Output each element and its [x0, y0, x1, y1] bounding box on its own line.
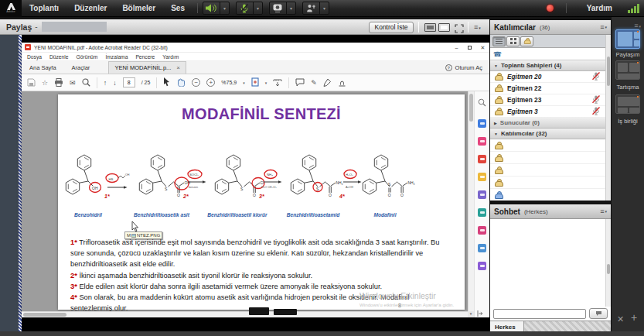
comment-tool-icon[interactable]: [478, 173, 486, 181]
group-presenters[interactable]: ▶ Sunucular (0): [490, 118, 611, 129]
participant-row[interactable]: [490, 189, 611, 201]
zoom-in-icon[interactable]: +: [206, 78, 215, 87]
add-layout-icon[interactable]: +: [631, 311, 637, 324]
menu-gorunum[interactable]: Görünüm: [73, 54, 102, 60]
previous-page-icon[interactable]: ↑: [104, 79, 107, 87]
menu-help[interactable]: Yardım: [579, 0, 620, 17]
help-icon[interactable]: ?: [445, 64, 452, 71]
connection-signal-icon[interactable]: [628, 3, 639, 13]
create-pdf-icon[interactable]: [478, 155, 486, 163]
tab-document[interactable]: YENİ MODAFİNİL.p... ×: [108, 61, 186, 74]
email-icon[interactable]: ✉: [70, 79, 76, 87]
menu-duzenle[interactable]: Düzenle: [46, 54, 73, 60]
comment-icon[interactable]: [295, 76, 305, 90]
menu-yardim[interactable]: Yardım: [158, 54, 182, 60]
webcam-button[interactable]: ▾: [269, 2, 296, 15]
scrollbar-thumb[interactable]: [607, 57, 610, 86]
microphone-button[interactable]: ▾: [236, 2, 263, 15]
layouts-menu-button[interactable]: ≡ ▾: [634, 22, 641, 29]
menu-bolmeler[interactable]: Bölmeler: [114, 0, 163, 17]
sign-in-button[interactable]: Oturum Aç: [455, 64, 482, 71]
layout-collaboration[interactable]: [615, 94, 640, 114]
close-tab-icon[interactable]: ×: [176, 64, 180, 71]
participant-row[interactable]: [490, 139, 611, 152]
list-view-button[interactable]: [492, 36, 506, 46]
stamp-icon[interactable]: [338, 76, 346, 90]
participant-row[interactable]: Egitmen 20: [490, 71, 611, 83]
participant-row[interactable]: [490, 152, 611, 164]
tab-home[interactable]: Ana Sayfa: [22, 61, 64, 74]
close-layout-icon[interactable]: ✕: [617, 314, 624, 324]
chevron-down-icon[interactable]: ▾: [243, 81, 245, 85]
chevron-down-icon[interactable]: ▾: [319, 2, 329, 14]
acrobat-titlebar[interactable]: YENI MODAFINIL.pdf - Adobe Acrobat Reade…: [22, 43, 489, 53]
chevron-down-icon[interactable]: ▾: [265, 81, 267, 85]
edit-pdf-icon[interactable]: [478, 137, 486, 146]
hand-tool-icon[interactable]: [176, 76, 186, 90]
phone-icon[interactable]: ☎: [493, 50, 502, 58]
chevron-down-icon[interactable]: ▾: [286, 2, 295, 14]
speaker-button[interactable]: ▾: [203, 2, 230, 15]
export-pdf-icon[interactable]: [478, 119, 486, 128]
menu-imzalama[interactable]: İmzalama: [101, 54, 131, 60]
layout-sharing[interactable]: [615, 29, 640, 49]
participant-row[interactable]: [490, 177, 611, 189]
menu-duzenler[interactable]: Düzenler: [66, 0, 114, 17]
page-number-input[interactable]: 8: [123, 77, 135, 87]
pdf-content-area[interactable]: MODAFİNİL SENTEZİ: [22, 91, 489, 317]
adobe-logo[interactable]: Adobe: [0, 0, 22, 17]
select-tool-icon[interactable]: [163, 76, 170, 90]
participants-scrollbar[interactable]: [605, 35, 611, 201]
chat-scrollbar[interactable]: [605, 219, 611, 307]
group-participants[interactable]: ▼ Katılımcılar (32): [490, 129, 611, 139]
layout-discussion[interactable]: [615, 60, 640, 80]
chat-input[interactable]: [493, 309, 586, 319]
send-message-button[interactable]: [589, 308, 608, 319]
highlight-icon[interactable]: [323, 76, 332, 90]
status-view-button[interactable]: [520, 36, 533, 46]
scrollbar-thumb[interactable]: [23, 313, 66, 317]
favorites-star-icon[interactable]: ☆: [42, 79, 48, 87]
scrollbar-thumb[interactable]: [607, 264, 610, 274]
zoom-level-value[interactable]: %75,9: [221, 80, 237, 85]
grid-view-button[interactable]: [506, 36, 520, 46]
maximize-button[interactable]: [463, 43, 476, 53]
view-mode-button[interactable]: [424, 23, 436, 32]
chat-pod-menu-button[interactable]: ≡ ▾: [600, 208, 607, 215]
zoom-out-icon[interactable]: −: [192, 78, 200, 87]
fit-page-icon[interactable]: [251, 76, 259, 90]
combine-files-icon[interactable]: [478, 190, 486, 199]
tab-tools[interactable]: Araçlar: [64, 61, 98, 74]
menu-ses[interactable]: Ses: [163, 0, 193, 17]
fill-sign-icon[interactable]: [478, 226, 486, 235]
search-tools-icon[interactable]: [478, 96, 486, 110]
share-pod-menu-button[interactable]: ≡ ▾: [474, 24, 481, 31]
expand-panel-icon[interactable]: [477, 306, 483, 317]
scrollbar-thumb[interactable]: [469, 94, 473, 122]
protect-icon[interactable]: [478, 244, 486, 252]
vertical-scrollbar[interactable]: [468, 91, 474, 311]
next-page-icon[interactable]: ↓: [113, 79, 117, 87]
participant-row[interactable]: Egitmen 3: [490, 106, 611, 118]
chevron-down-icon[interactable]: ▾: [253, 2, 262, 14]
close-button[interactable]: ✕: [476, 43, 489, 53]
chat-message-area[interactable]: [490, 219, 611, 307]
request-control-button[interactable]: Kontrol İste: [369, 22, 414, 33]
menu-toplanti[interactable]: Toplantı: [22, 0, 66, 17]
presenter-view-button[interactable]: [438, 23, 450, 32]
collapse-triangle-icon[interactable]: ▼: [494, 132, 498, 136]
pencil-icon[interactable]: ✎: [311, 79, 317, 87]
collapse-triangle-icon[interactable]: ▶: [494, 121, 497, 125]
sign-icon[interactable]: [478, 262, 486, 270]
horizontal-scrollbar[interactable]: [22, 311, 468, 317]
acrobat-window[interactable]: YENI MODAFINIL.pdf - Adobe Acrobat Reade…: [22, 43, 489, 317]
scroll-down-icon[interactable]: ▼: [468, 311, 474, 317]
chevron-down-icon[interactable]: ▾: [220, 2, 229, 14]
participant-row[interactable]: [490, 164, 611, 177]
minimize-button[interactable]: –: [450, 43, 463, 53]
print-icon[interactable]: [54, 76, 63, 90]
organize-pages-icon[interactable]: [478, 208, 486, 217]
participants-pod-menu-button[interactable]: ≡ ▾: [600, 24, 607, 31]
search-icon[interactable]: [82, 76, 90, 90]
collapse-triangle-icon[interactable]: ▼: [494, 63, 498, 68]
